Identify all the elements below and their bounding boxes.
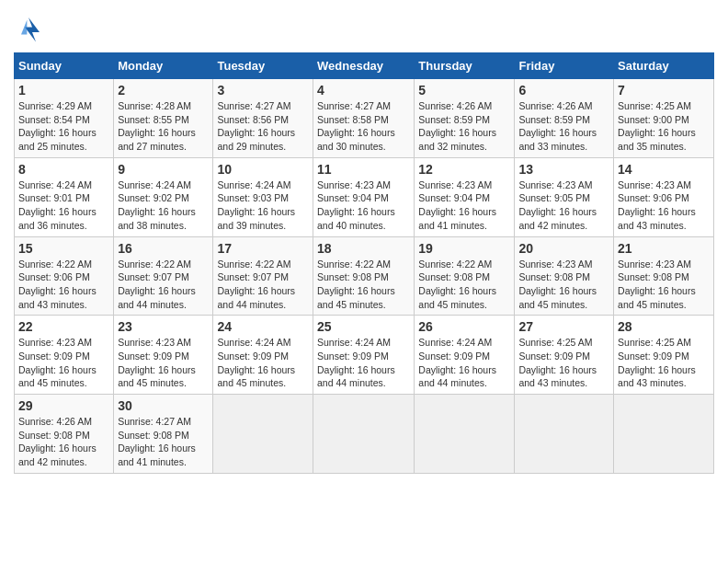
day-detail: Sunrise: 4:23 AMSunset: 9:04 PMDaylight:… <box>418 179 496 231</box>
calendar-cell: 3 Sunrise: 4:27 AMSunset: 8:56 PMDayligh… <box>213 79 313 158</box>
day-detail: Sunrise: 4:22 AMSunset: 9:07 PMDaylight:… <box>217 259 295 310</box>
calendar-cell: 18 Sunrise: 4:22 AMSunset: 9:08 PMDaylig… <box>313 236 415 316</box>
weekday-saturday: Saturday <box>614 53 714 79</box>
day-number: 8 <box>18 162 109 177</box>
calendar-cell: 6 Sunrise: 4:26 AMSunset: 8:59 PMDayligh… <box>515 79 614 158</box>
week-row-1: 1 Sunrise: 4:29 AMSunset: 8:54 PMDayligh… <box>15 79 714 158</box>
weekday-wednesday: Wednesday <box>313 53 415 79</box>
day-detail: Sunrise: 4:25 AMSunset: 9:00 PMDaylight:… <box>618 100 696 152</box>
calendar-cell: 15 Sunrise: 4:22 AMSunset: 9:06 PMDaylig… <box>15 236 114 316</box>
day-detail: Sunrise: 4:25 AMSunset: 9:09 PMDaylight:… <box>618 337 696 388</box>
day-detail: Sunrise: 4:23 AMSunset: 9:04 PMDaylight:… <box>317 179 395 231</box>
weekday-monday: Monday <box>114 53 213 79</box>
day-detail: Sunrise: 4:23 AMSunset: 9:09 PMDaylight:… <box>18 337 97 388</box>
day-detail: Sunrise: 4:23 AMSunset: 9:06 PMDaylight:… <box>618 179 696 231</box>
day-detail: Sunrise: 4:28 AMSunset: 8:55 PMDaylight:… <box>118 100 196 152</box>
day-number: 29 <box>18 398 109 413</box>
day-number: 1 <box>18 83 109 98</box>
calendar-cell: 21 Sunrise: 4:23 AMSunset: 9:08 PMDaylig… <box>614 236 714 316</box>
day-detail: Sunrise: 4:22 AMSunset: 9:07 PMDaylight:… <box>118 259 196 310</box>
calendar-cell: 29 Sunrise: 4:26 AMSunset: 9:08 PMDaylig… <box>15 395 114 474</box>
day-detail: Sunrise: 4:23 AMSunset: 9:05 PMDaylight:… <box>518 179 597 231</box>
day-detail: Sunrise: 4:24 AMSunset: 9:09 PMDaylight:… <box>418 337 496 388</box>
day-detail: Sunrise: 4:23 AMSunset: 9:08 PMDaylight:… <box>618 259 696 310</box>
day-number: 25 <box>317 319 410 334</box>
calendar-cell: 22 Sunrise: 4:23 AMSunset: 9:09 PMDaylig… <box>15 316 114 395</box>
day-detail: Sunrise: 4:26 AMSunset: 9:08 PMDaylight:… <box>18 416 97 467</box>
day-detail: Sunrise: 4:27 AMSunset: 8:58 PMDaylight:… <box>317 100 395 152</box>
day-number: 22 <box>18 319 109 334</box>
day-number: 13 <box>518 162 609 177</box>
calendar-cell <box>313 395 415 474</box>
day-number: 5 <box>418 83 510 98</box>
calendar-cell: 5 Sunrise: 4:26 AMSunset: 8:59 PMDayligh… <box>415 79 515 158</box>
day-number: 27 <box>518 319 609 334</box>
calendar-cell: 1 Sunrise: 4:29 AMSunset: 8:54 PMDayligh… <box>15 79 114 158</box>
calendar-cell: 12 Sunrise: 4:23 AMSunset: 9:04 PMDaylig… <box>415 157 515 236</box>
day-number: 3 <box>217 83 309 98</box>
day-number: 26 <box>418 319 510 334</box>
day-detail: Sunrise: 4:23 AMSunset: 9:09 PMDaylight:… <box>118 337 196 388</box>
calendar-cell: 23 Sunrise: 4:23 AMSunset: 9:09 PMDaylig… <box>114 316 213 395</box>
calendar-cell: 10 Sunrise: 4:24 AMSunset: 9:03 PMDaylig… <box>213 157 313 236</box>
week-row-4: 22 Sunrise: 4:23 AMSunset: 9:09 PMDaylig… <box>15 316 714 395</box>
day-number: 24 <box>217 319 309 334</box>
weekday-friday: Friday <box>515 53 614 79</box>
day-number: 6 <box>518 83 609 98</box>
day-detail: Sunrise: 4:24 AMSunset: 9:03 PMDaylight:… <box>217 179 295 231</box>
day-detail: Sunrise: 4:22 AMSunset: 9:08 PMDaylight:… <box>317 259 395 310</box>
day-number: 20 <box>518 241 609 256</box>
day-detail: Sunrise: 4:22 AMSunset: 9:06 PMDaylight:… <box>18 259 97 310</box>
day-detail: Sunrise: 4:24 AMSunset: 9:01 PMDaylight:… <box>18 179 97 231</box>
calendar-cell: 16 Sunrise: 4:22 AMSunset: 9:07 PMDaylig… <box>114 236 213 316</box>
day-detail: Sunrise: 4:29 AMSunset: 8:54 PMDaylight:… <box>18 100 97 152</box>
page-header <box>14 14 714 43</box>
calendar-cell: 13 Sunrise: 4:23 AMSunset: 9:05 PMDaylig… <box>515 157 614 236</box>
week-row-3: 15 Sunrise: 4:22 AMSunset: 9:06 PMDaylig… <box>15 236 714 316</box>
calendar-cell: 17 Sunrise: 4:22 AMSunset: 9:07 PMDaylig… <box>213 236 313 316</box>
day-detail: Sunrise: 4:26 AMSunset: 8:59 PMDaylight:… <box>518 100 597 152</box>
calendar-cell <box>614 395 714 474</box>
calendar-cell <box>515 395 614 474</box>
logo-icon <box>14 14 43 43</box>
day-number: 15 <box>18 241 109 256</box>
logo <box>14 14 47 43</box>
calendar-cell: 26 Sunrise: 4:24 AMSunset: 9:09 PMDaylig… <box>415 316 515 395</box>
day-number: 10 <box>217 162 309 177</box>
day-number: 4 <box>317 83 410 98</box>
day-detail: Sunrise: 4:25 AMSunset: 9:09 PMDaylight:… <box>518 337 597 388</box>
day-number: 19 <box>418 241 510 256</box>
calendar-cell: 2 Sunrise: 4:28 AMSunset: 8:55 PMDayligh… <box>114 79 213 158</box>
svg-marker-1 <box>21 19 27 34</box>
day-number: 9 <box>118 162 209 177</box>
calendar-table: SundayMondayTuesdayWednesdayThursdayFrid… <box>14 52 714 474</box>
day-number: 30 <box>118 398 209 413</box>
day-number: 21 <box>618 241 710 256</box>
calendar-cell: 19 Sunrise: 4:22 AMSunset: 9:08 PMDaylig… <box>415 236 515 316</box>
weekday-thursday: Thursday <box>415 53 515 79</box>
calendar-cell: 11 Sunrise: 4:23 AMSunset: 9:04 PMDaylig… <box>313 157 415 236</box>
day-number: 18 <box>317 241 410 256</box>
calendar-cell: 30 Sunrise: 4:27 AMSunset: 9:08 PMDaylig… <box>114 395 213 474</box>
day-detail: Sunrise: 4:22 AMSunset: 9:08 PMDaylight:… <box>418 259 496 310</box>
day-detail: Sunrise: 4:24 AMSunset: 9:09 PMDaylight:… <box>317 337 395 388</box>
calendar-cell: 25 Sunrise: 4:24 AMSunset: 9:09 PMDaylig… <box>313 316 415 395</box>
weekday-header-row: SundayMondayTuesdayWednesdayThursdayFrid… <box>15 53 714 79</box>
weekday-tuesday: Tuesday <box>213 53 313 79</box>
calendar-cell: 7 Sunrise: 4:25 AMSunset: 9:00 PMDayligh… <box>614 79 714 158</box>
calendar-cell <box>415 395 515 474</box>
calendar-cell: 4 Sunrise: 4:27 AMSunset: 8:58 PMDayligh… <box>313 79 415 158</box>
calendar-cell: 8 Sunrise: 4:24 AMSunset: 9:01 PMDayligh… <box>15 157 114 236</box>
day-detail: Sunrise: 4:24 AMSunset: 9:02 PMDaylight:… <box>118 179 196 231</box>
day-detail: Sunrise: 4:27 AMSunset: 8:56 PMDaylight:… <box>217 100 295 152</box>
day-number: 23 <box>118 319 209 334</box>
calendar-cell: 20 Sunrise: 4:23 AMSunset: 9:08 PMDaylig… <box>515 236 614 316</box>
day-number: 2 <box>118 83 209 98</box>
calendar-cell: 9 Sunrise: 4:24 AMSunset: 9:02 PMDayligh… <box>114 157 213 236</box>
calendar-cell: 14 Sunrise: 4:23 AMSunset: 9:06 PMDaylig… <box>614 157 714 236</box>
day-number: 12 <box>418 162 510 177</box>
calendar-cell: 27 Sunrise: 4:25 AMSunset: 9:09 PMDaylig… <box>515 316 614 395</box>
day-detail: Sunrise: 4:26 AMSunset: 8:59 PMDaylight:… <box>418 100 496 152</box>
weekday-sunday: Sunday <box>15 53 114 79</box>
day-number: 11 <box>317 162 410 177</box>
